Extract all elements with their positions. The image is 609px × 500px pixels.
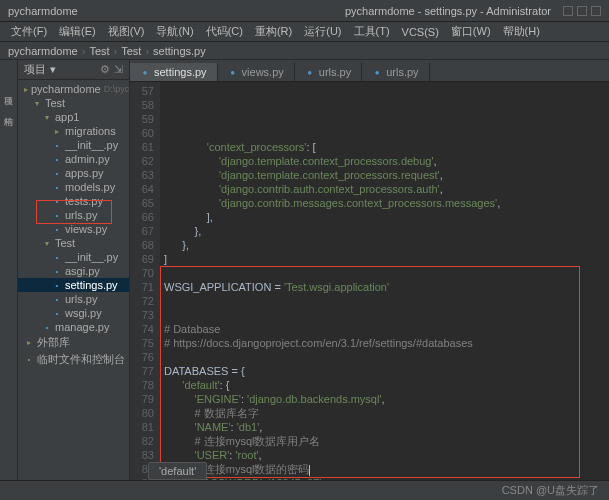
editor-tabs: ●settings.py●views.py●urls.py●urls.py [130, 60, 609, 82]
tree-node-icon: • [52, 266, 62, 276]
statusbar: CSDN @U盘失踪了 [0, 480, 609, 500]
code-editor[interactable]: 57 58 59 60 61 62 63 64 65 66 67 68 69 7… [130, 82, 609, 480]
tab-label: settings.py [154, 66, 207, 78]
tree-label: urls.py [65, 209, 97, 221]
menu-item[interactable]: 代码(C) [201, 22, 248, 41]
python-file-icon: ● [140, 67, 150, 77]
python-file-icon: ● [372, 67, 382, 77]
tree-label: pycharmdome [31, 83, 101, 95]
tree-node-icon: ▸ [24, 338, 34, 348]
tree-item[interactable]: ▸外部库 [18, 334, 129, 351]
tree-item[interactable]: •urls.py [18, 292, 129, 306]
tree-item[interactable]: •views.py [18, 222, 129, 236]
line-gutter: 57 58 59 60 61 62 63 64 65 66 67 68 69 7… [130, 82, 160, 480]
tab-label: views.py [242, 66, 284, 78]
tree-label: urls.py [65, 293, 97, 305]
tree-node-icon: • [52, 168, 62, 178]
title-right: pycharmdome - settings.py - Administrato… [345, 5, 551, 17]
tree-item[interactable]: ▸pycharmdome D:\pycharmdome [18, 82, 129, 96]
tree-node-icon: • [52, 182, 62, 192]
crumb[interactable]: settings.py [153, 45, 206, 57]
status-watermark: CSDN @U盘失踪了 [502, 483, 599, 498]
tree-label: Test [55, 237, 75, 249]
menu-item[interactable]: 导航(N) [151, 22, 198, 41]
tree-label: __init__.py [65, 139, 118, 151]
breadcrumb: pycharmdome›Test›Test›settings.py [0, 42, 609, 60]
tree-item[interactable]: •admin.py [18, 152, 129, 166]
project-sidebar: 项目 ▾ ⚙ ⇲ ▸pycharmdome D:\pycharmdome▾Tes… [18, 60, 130, 480]
gear-icon[interactable]: ⚙ [100, 63, 110, 76]
tree-item[interactable]: •wsgi.py [18, 306, 129, 320]
collapse-icon[interactable]: ⇲ [114, 63, 123, 76]
tree-item[interactable]: •tests.py [18, 194, 129, 208]
tree-item[interactable]: •__init__.py [18, 250, 129, 264]
tree-node-icon: ▾ [32, 98, 42, 108]
tree-item[interactable]: ▸migrations [18, 124, 129, 138]
tree-node-icon: ▸ [24, 84, 28, 94]
tree-node-icon: • [52, 280, 62, 290]
menubar: 文件(F)编辑(E)视图(V)导航(N)代码(C)重构(R)运行(U)工具(T)… [0, 22, 609, 42]
tree-label: app1 [55, 111, 79, 123]
crumb[interactable]: pycharmdome [8, 45, 78, 57]
tree-label: 临时文件和控制台 [37, 352, 125, 367]
menu-item[interactable]: 帮助(H) [498, 22, 545, 41]
titlebar: pycharmdome pycharmdome - settings.py - … [0, 0, 609, 22]
tree-item[interactable]: •临时文件和控制台 [18, 351, 129, 368]
tree-label: apps.py [65, 167, 104, 179]
editor-tab[interactable]: ●urls.py [295, 63, 362, 81]
menu-item[interactable]: VCS(S) [397, 24, 444, 40]
tree-node-icon: ▸ [52, 126, 62, 136]
crumb[interactable]: Test [121, 45, 141, 57]
tree-label: migrations [65, 125, 116, 137]
code-content[interactable]: 'context_processors': [ 'django.template… [160, 82, 609, 480]
tree-item[interactable]: ▾Test [18, 96, 129, 110]
editor-tab[interactable]: ●urls.py [362, 63, 429, 81]
tree-node-icon: • [52, 252, 62, 262]
tree-node-icon: • [52, 294, 62, 304]
dropdown-icon[interactable]: ▾ [50, 63, 56, 76]
menu-item[interactable]: 编辑(E) [54, 22, 101, 41]
tree-label: 外部库 [37, 335, 70, 350]
title-left: pycharmdome [8, 5, 78, 17]
close-icon[interactable] [591, 6, 601, 16]
tree-label: Test [45, 97, 65, 109]
menu-item[interactable]: 窗口(W) [446, 22, 496, 41]
python-file-icon: ● [305, 67, 315, 77]
menu-item[interactable]: 工具(T) [349, 22, 395, 41]
python-file-icon: ● [228, 67, 238, 77]
tab-label: urls.py [386, 66, 418, 78]
editor-tab[interactable]: ●settings.py [130, 63, 218, 81]
tree-node-icon: • [52, 154, 62, 164]
left-rail: 项目 结构 [0, 60, 18, 480]
tree-item[interactable]: •models.py [18, 180, 129, 194]
tree-node-icon: • [52, 210, 62, 220]
tree-item[interactable]: •manage.py [18, 320, 129, 334]
tree-item[interactable]: •asgi.py [18, 264, 129, 278]
tree-item[interactable]: •__init__.py [18, 138, 129, 152]
tree-item[interactable]: •urls.py [18, 208, 129, 222]
project-tree[interactable]: ▸pycharmdome D:\pycharmdome▾Test▾app1▸mi… [18, 80, 129, 370]
tree-node-icon: ▾ [42, 238, 52, 248]
sidebar-title: 项目 [24, 62, 46, 77]
tree-label: tests.py [65, 195, 103, 207]
tree-item[interactable]: •apps.py [18, 166, 129, 180]
tree-node-icon: • [42, 322, 52, 332]
menu-item[interactable]: 文件(F) [6, 22, 52, 41]
tree-node-icon: ▾ [42, 112, 52, 122]
window-controls [563, 6, 601, 16]
crumb[interactable]: Test [89, 45, 109, 57]
menu-item[interactable]: 运行(U) [299, 22, 346, 41]
menu-item[interactable]: 重构(R) [250, 22, 297, 41]
tree-item[interactable]: •settings.py [18, 278, 129, 292]
tree-item[interactable]: ▾Test [18, 236, 129, 250]
tree-label: admin.py [65, 153, 110, 165]
code-breadcrumb[interactable]: 'default' [148, 462, 207, 480]
sidebar-header: 项目 ▾ ⚙ ⇲ [18, 60, 129, 80]
maximize-icon[interactable] [577, 6, 587, 16]
menu-item[interactable]: 视图(V) [103, 22, 150, 41]
tree-label: views.py [65, 223, 107, 235]
tree-item[interactable]: ▾app1 [18, 110, 129, 124]
editor-tab[interactable]: ●views.py [218, 63, 295, 81]
tree-label: settings.py [65, 279, 118, 291]
minimize-icon[interactable] [563, 6, 573, 16]
